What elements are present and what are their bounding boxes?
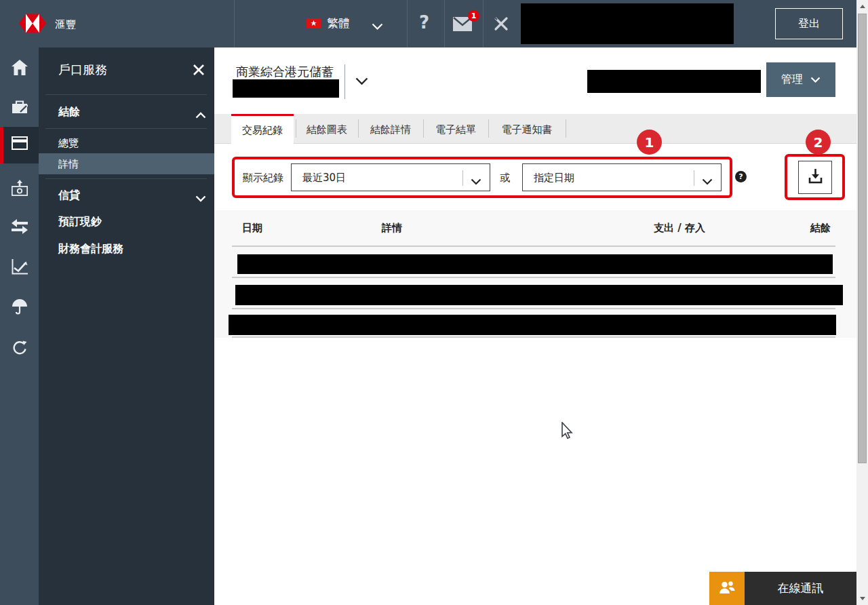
chat-launcher[interactable] [709,572,745,605]
sidebar-item-balance[interactable]: 結餘 [58,105,80,119]
column-header-debit-credit: 支出 / 存入 [610,222,705,235]
logout-button[interactable]: 登出 [775,8,843,39]
page: 滙豐 繁體 ? 1 [0,0,868,605]
sidebar-divider [45,94,207,95]
chevron-up-icon[interactable] [195,109,206,121]
insurance-icon[interactable] [12,298,28,315]
hk-flag-icon [307,18,321,28]
sidebar-panel [39,47,214,605]
mouse-cursor [561,422,575,444]
tab-balance-details[interactable]: 結餘詳情 [358,123,423,136]
sidebar-item-overview[interactable]: 總覽 [58,137,79,150]
row-divider [232,246,835,247]
rail-active-indicator [0,127,3,163]
sidebar-item-financial-accounting[interactable]: 財務會計服務 [58,242,123,256]
account-title: 商業綜合港元儲蓄 [236,64,334,80]
row-divider [232,308,835,309]
redacted-table-row [235,285,843,305]
hsbc-hexagon-icon [19,14,46,36]
redacted-table-row [229,315,836,335]
brand-name: 滙豐 [55,18,77,31]
sidebar-item-credit[interactable]: 信貸 [58,189,80,203]
scrollbar-thumb[interactable] [858,14,867,463]
renew-icon[interactable] [12,340,28,356]
scrollbar-down-arrow[interactable] [860,597,865,600]
annotation-step-2: 2 [806,130,831,155]
column-header-balance: 結餘 [763,222,831,235]
header-divider [407,0,408,47]
tools-icon[interactable] [492,15,509,35]
sidebar-divider [45,128,207,129]
annotation-box-2 [785,154,845,200]
language-selector-label[interactable]: 繁體 [327,16,350,31]
redacted-account-balance [587,70,761,93]
transfers-icon[interactable] [12,219,28,235]
redacted-user-info [521,3,734,44]
tab-eadvice[interactable]: 電子通知書 [488,123,566,136]
products-icon[interactable] [12,99,28,115]
manage-label: 管理 [781,73,803,87]
manage-button[interactable]: 管理 [766,62,835,97]
header-divider [234,0,235,47]
chevron-down-icon[interactable] [195,192,206,205]
filter-help-icon[interactable]: ? [735,171,747,182]
row-divider [232,277,835,278]
message-count-badge: 1 [468,10,479,22]
column-header-details: 詳情 [382,222,402,235]
annotation-box-1 [232,157,732,198]
annotation-step-1: 1 [637,130,662,155]
accounts-cards-icon[interactable] [12,136,28,153]
chat-button[interactable]: 在線通訊 [745,572,856,605]
sidebar-title: 戶口服務 [58,62,107,78]
column-header-date: 日期 [242,222,262,235]
people-icon [718,580,736,598]
account-divider [344,64,345,99]
tab-estatement[interactable]: 電子結單 [423,123,488,136]
row-divider [232,336,835,338]
tab-balance-chart[interactable]: 結餘圖表 [296,123,358,136]
chevron-down-icon[interactable] [372,20,383,33]
redacted-table-row [237,254,833,274]
sidebar-item-reserve-cash[interactable]: 預訂現鈔 [58,215,102,229]
account-selector-chevron-icon[interactable] [355,75,368,88]
chevron-down-icon [810,73,821,86]
header-divider [483,0,484,47]
help-icon[interactable]: ? [419,12,429,33]
sidebar-divider [45,178,207,179]
investments-icon[interactable] [12,259,28,275]
home-icon[interactable] [12,60,28,76]
tab-transactions[interactable]: 交易紀錄 [231,114,294,144]
hsbc-logo[interactable]: 滙豐 [19,14,77,36]
header-divider [444,0,445,47]
payments-icon[interactable] [12,180,28,196]
sidebar-item-details[interactable]: 詳情 [58,158,79,171]
redacted-account-number [233,79,339,98]
top-header: 滙豐 繁體 ? 1 [0,0,856,47]
close-icon[interactable] [193,64,205,76]
tab-separator [566,119,566,138]
scrollbar-up-arrow[interactable] [860,5,865,8]
